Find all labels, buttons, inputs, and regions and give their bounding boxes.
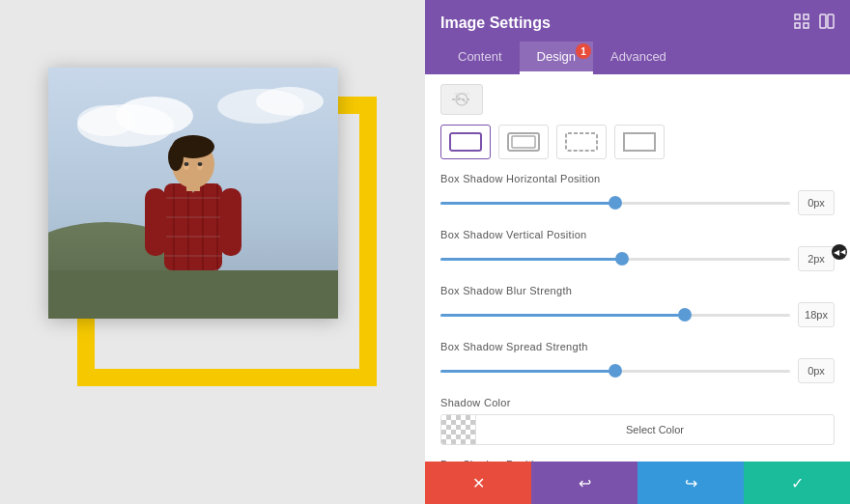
photo-svg — [48, 68, 338, 319]
bottom-toolbar: ✕ ↩ ↪ ✓ — [425, 462, 850, 504]
shadow-color-label: Shadow Color — [440, 397, 835, 408]
svg-rect-25 — [145, 188, 166, 256]
box-shadow-vertical-track[interactable] — [440, 258, 790, 261]
box-shadow-vertical-thumb[interactable] — [615, 252, 629, 266]
photo-container — [48, 68, 338, 319]
box-shadow-horizontal-row: Box Shadow Horizontal Position 0px — [440, 173, 835, 215]
border-style-solid[interactable] — [440, 125, 491, 159]
confirm-button[interactable]: ✓ — [744, 462, 850, 504]
fullscreen-icon — [794, 14, 809, 29]
tabs-row: Content Design 1 Advanced — [440, 42, 835, 74]
box-shadow-horizontal-label: Box Shadow Horizontal Position — [440, 173, 835, 184]
box-shadow-blur-fill — [440, 314, 685, 317]
svg-rect-41 — [566, 133, 597, 151]
box-shadow-blur-slider-row: 18px — [440, 302, 835, 327]
panel-title-row: Image Settings — [440, 14, 835, 32]
svg-rect-27 — [186, 182, 200, 191]
settings-panel: Image Settings — [425, 0, 850, 504]
box-shadow-spread-slider-row: 0px — [440, 358, 835, 383]
scroll-indicator: ◀ — [832, 244, 847, 260]
svg-point-5 — [256, 87, 324, 116]
box-shadow-spread-track[interactable] — [440, 370, 790, 373]
panel-body[interactable]: Box Shadow Horizontal Position 0px Box S… — [425, 74, 850, 462]
tab-design-badge: 1 — [576, 43, 591, 59]
shadow-color-input[interactable]: Select Color — [440, 414, 835, 445]
panel-header-icons — [794, 14, 835, 32]
box-shadow-vertical-row: Box Shadow Vertical Position 2px — [440, 229, 835, 271]
svg-point-23 — [184, 162, 189, 166]
split-view-button[interactable] — [819, 14, 835, 32]
box-shadow-spread-value[interactable]: 0px — [798, 358, 835, 383]
tab-advanced[interactable]: Advanced — [593, 42, 684, 74]
box-shadow-blur-track[interactable] — [440, 314, 790, 317]
border-style-dashed[interactable] — [556, 125, 607, 159]
box-shadow-vertical-fill — [440, 258, 622, 261]
svg-rect-38 — [450, 133, 481, 151]
panel-header: Image Settings — [425, 0, 850, 74]
shadow-color-row: Shadow Color Select Color — [440, 397, 835, 445]
box-shadow-vertical-label: Box Shadow Vertical Position — [440, 229, 835, 240]
undo-button[interactable]: ↩ — [531, 462, 638, 504]
svg-rect-32 — [820, 14, 826, 28]
svg-rect-7 — [48, 270, 338, 319]
svg-rect-28 — [795, 14, 800, 19]
svg-rect-42 — [624, 133, 655, 151]
svg-rect-29 — [804, 14, 808, 19]
svg-point-20 — [168, 144, 184, 171]
cancel-button[interactable]: ✕ — [425, 462, 531, 504]
split-icon — [819, 14, 835, 29]
box-shadow-horizontal-slider-row: 0px — [440, 190, 835, 215]
svg-rect-26 — [220, 188, 241, 256]
svg-point-3 — [77, 105, 135, 136]
box-shadow-spread-fill — [440, 370, 615, 373]
box-shadow-blur-label: Box Shadow Blur Strength — [440, 285, 835, 296]
canvas-area — [0, 0, 425, 504]
box-shadow-horizontal-fill — [440, 202, 615, 205]
box-shadow-blur-thumb[interactable] — [678, 308, 692, 322]
svg-rect-31 — [804, 23, 808, 28]
box-shadow-vertical-value[interactable]: 2px — [798, 246, 835, 271]
box-shadow-spread-thumb[interactable] — [609, 364, 622, 378]
box-shadow-blur-value[interactable]: 18px — [798, 302, 835, 327]
svg-rect-40 — [512, 136, 535, 148]
panel-title: Image Settings — [440, 14, 551, 32]
border-style-inner[interactable] — [498, 125, 549, 159]
box-shadow-blur-row: Box Shadow Blur Strength 18px — [440, 285, 835, 327]
shadow-color-swatch[interactable] — [441, 415, 476, 444]
box-shadow-spread-row: Box Shadow Spread Strength 0px — [440, 341, 835, 383]
box-shadow-horizontal-value[interactable]: 0px — [798, 190, 835, 215]
border-style-top-row — [440, 84, 835, 115]
select-color-button[interactable]: Select Color — [476, 424, 834, 435]
box-shadow-vertical-slider-row: 2px — [440, 246, 835, 271]
fullscreen-button[interactable] — [794, 14, 809, 32]
photo-placeholder — [48, 68, 338, 319]
box-shadow-spread-label: Box Shadow Spread Strength — [440, 341, 835, 352]
redo-button[interactable]: ↪ — [638, 462, 744, 504]
svg-point-24 — [198, 162, 203, 166]
tab-content[interactable]: Content — [440, 42, 520, 74]
svg-rect-33 — [828, 14, 834, 28]
svg-rect-30 — [795, 23, 800, 28]
box-shadow-horizontal-track[interactable] — [440, 202, 790, 205]
tab-design[interactable]: Design 1 — [520, 42, 593, 74]
border-style-corner[interactable] — [614, 125, 665, 159]
border-style-row — [440, 121, 835, 159]
border-none-icon[interactable] — [440, 84, 483, 115]
box-shadow-horizontal-thumb[interactable] — [609, 196, 622, 210]
